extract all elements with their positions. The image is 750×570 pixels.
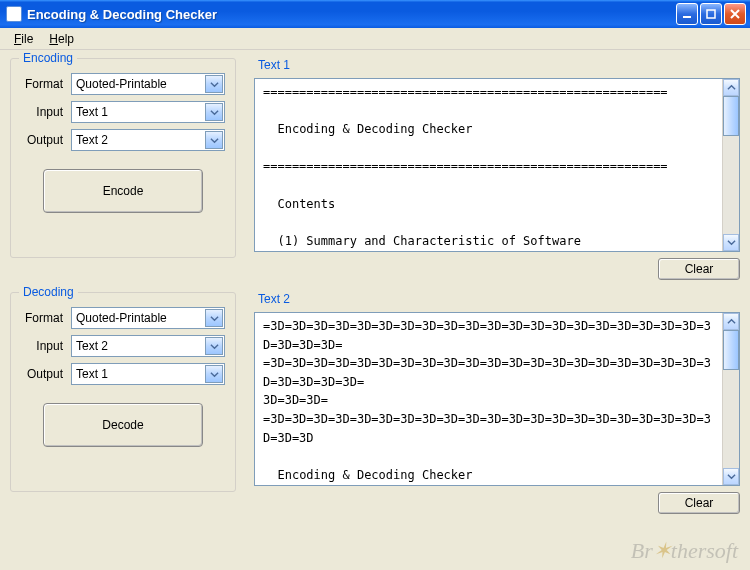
decoding-output-select[interactable]: Text 1 <box>71 363 225 385</box>
decoding-group: Decoding Format Quoted-Printable Input T… <box>10 292 236 492</box>
decode-button[interactable]: Decode <box>43 403 203 447</box>
scroll-up-icon[interactable] <box>723 79 739 96</box>
chevron-down-icon[interactable] <box>205 75 223 93</box>
decoding-column: Decoding Format Quoted-Printable Input T… <box>10 292 236 514</box>
scroll-track[interactable] <box>723 96 739 234</box>
text1-clear-button[interactable]: Clear <box>658 258 740 280</box>
row-encoding: Encoding Format Quoted-Printable Input T… <box>10 58 740 280</box>
chevron-down-icon[interactable] <box>205 309 223 327</box>
text2-clear-button[interactable]: Clear <box>658 492 740 514</box>
encoding-output-row: Output Text 2 <box>21 129 225 151</box>
text2-column: Text 2 =3D=3D=3D=3D=3D=3D=3D=3D=3D=3D=3D… <box>254 292 740 514</box>
client-area: Encoding Format Quoted-Printable Input T… <box>0 50 750 570</box>
text1-content[interactable]: ========================================… <box>255 79 722 251</box>
encoding-input-select[interactable]: Text 1 <box>71 101 225 123</box>
scroll-down-icon[interactable] <box>723 234 739 251</box>
decoding-output-row: Output Text 1 <box>21 363 225 385</box>
text2-label: Text 2 <box>254 292 740 306</box>
decoding-input-value: Text 2 <box>76 339 202 353</box>
decoding-input-row: Input Text 2 <box>21 335 225 357</box>
svg-rect-1 <box>707 10 715 18</box>
encode-button[interactable]: Encode <box>43 169 203 213</box>
encoding-input-value: Text 1 <box>76 105 202 119</box>
decoding-legend: Decoding <box>19 285 78 299</box>
app-icon <box>6 6 22 22</box>
scroll-up-icon[interactable] <box>723 313 739 330</box>
text1-scrollbar[interactable] <box>722 79 739 251</box>
decoding-input-select[interactable]: Text 2 <box>71 335 225 357</box>
decoding-format-row: Format Quoted-Printable <box>21 307 225 329</box>
chevron-down-icon[interactable] <box>205 337 223 355</box>
menu-bar: File Help <box>0 28 750 50</box>
encoding-format-value: Quoted-Printable <box>76 77 202 91</box>
encoding-legend: Encoding <box>19 51 77 65</box>
decoding-output-value: Text 1 <box>76 367 202 381</box>
text1-label: Text 1 <box>254 58 740 72</box>
decoding-output-label: Output <box>21 367 71 381</box>
scroll-track[interactable] <box>723 330 739 468</box>
text2-textarea[interactable]: =3D=3D=3D=3D=3D=3D=3D=3D=3D=3D=3D=3D=3D=… <box>254 312 740 486</box>
menu-help[interactable]: Help <box>41 30 82 48</box>
svg-rect-0 <box>683 16 691 18</box>
close-button[interactable] <box>724 3 746 25</box>
encoding-output-value: Text 2 <box>76 133 202 147</box>
chevron-down-icon[interactable] <box>205 103 223 121</box>
watermark: Br✶thersoft <box>631 538 738 564</box>
text1-column: Text 1 =================================… <box>254 58 740 280</box>
chevron-down-icon[interactable] <box>205 131 223 149</box>
title-bar: Encoding & Decoding Checker <box>0 0 750 28</box>
encoding-group: Encoding Format Quoted-Printable Input T… <box>10 58 236 258</box>
maximize-button[interactable] <box>700 3 722 25</box>
scroll-down-icon[interactable] <box>723 468 739 485</box>
encoding-format-label: Format <box>21 77 71 91</box>
encoding-output-label: Output <box>21 133 71 147</box>
window-controls <box>676 3 746 25</box>
encoding-column: Encoding Format Quoted-Printable Input T… <box>10 58 236 280</box>
chevron-down-icon[interactable] <box>205 365 223 383</box>
scroll-thumb[interactable] <box>723 330 739 370</box>
text1-textarea[interactable]: ========================================… <box>254 78 740 252</box>
menu-file[interactable]: File <box>6 30 41 48</box>
minimize-button[interactable] <box>676 3 698 25</box>
decoding-format-select[interactable]: Quoted-Printable <box>71 307 225 329</box>
encoding-input-label: Input <box>21 105 71 119</box>
encoding-format-select[interactable]: Quoted-Printable <box>71 73 225 95</box>
encoding-input-row: Input Text 1 <box>21 101 225 123</box>
text2-content[interactable]: =3D=3D=3D=3D=3D=3D=3D=3D=3D=3D=3D=3D=3D=… <box>255 313 722 485</box>
scroll-thumb[interactable] <box>723 96 739 136</box>
text2-clear-row: Clear <box>254 492 740 514</box>
row-decoding: Decoding Format Quoted-Printable Input T… <box>10 292 740 514</box>
decoding-input-label: Input <box>21 339 71 353</box>
encoding-output-select[interactable]: Text 2 <box>71 129 225 151</box>
window-title: Encoding & Decoding Checker <box>27 7 676 22</box>
text2-scrollbar[interactable] <box>722 313 739 485</box>
text1-clear-row: Clear <box>254 258 740 280</box>
decoding-format-label: Format <box>21 311 71 325</box>
encoding-format-row: Format Quoted-Printable <box>21 73 225 95</box>
decoding-format-value: Quoted-Printable <box>76 311 202 325</box>
